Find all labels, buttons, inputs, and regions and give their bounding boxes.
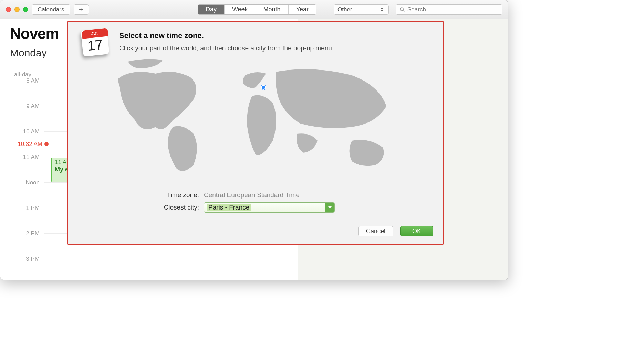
icon-day: 17 bbox=[80, 36, 110, 55]
hour-label: 11 AM bbox=[10, 154, 44, 161]
hour-row: 3 PM bbox=[10, 259, 288, 280]
modal-form: Time zone: Central European Standard Tim… bbox=[135, 189, 376, 214]
other-select[interactable]: Other... bbox=[334, 4, 389, 15]
current-time-dot-icon bbox=[44, 142, 49, 146]
window-close-button[interactable] bbox=[6, 7, 11, 12]
hour-label: 9 AM bbox=[10, 103, 44, 110]
traffic-lights bbox=[6, 7, 28, 12]
closest-city-combobox[interactable]: Paris - France bbox=[204, 202, 335, 213]
ok-button[interactable]: OK bbox=[400, 226, 433, 236]
modal-subtitle: Click your part of the world, and then c… bbox=[119, 44, 433, 52]
search-icon bbox=[399, 7, 405, 12]
calendar-app-icon: JUL 17 bbox=[81, 28, 110, 57]
calendars-button[interactable]: Calendars bbox=[32, 4, 70, 15]
window-zoom-button[interactable] bbox=[23, 7, 28, 12]
stepper-icon bbox=[380, 6, 386, 13]
view-month[interactable]: Month bbox=[256, 5, 288, 14]
add-event-button[interactable]: + bbox=[74, 4, 89, 15]
hour-label: 10 AM bbox=[10, 128, 44, 135]
location-pin-icon bbox=[261, 85, 266, 90]
closest-city-value: Paris - France bbox=[207, 204, 251, 211]
titlebar: Calendars + Day Week Month Year Other... bbox=[0, 0, 508, 19]
timezone-modal: JUL 17 Select a new time zone. Click you… bbox=[67, 21, 444, 245]
hour-label: Noon bbox=[10, 179, 44, 186]
hour-label: 2 PM bbox=[10, 230, 44, 237]
hour-label: 3 PM bbox=[10, 256, 44, 262]
modal-title: Select a new time zone. bbox=[119, 31, 433, 40]
calendar-window: Calendars + Day Week Month Year Other...… bbox=[0, 0, 508, 280]
world-map-svg bbox=[104, 55, 407, 185]
window-minimize-button[interactable] bbox=[14, 7, 20, 12]
current-time-label: 10:32 AM bbox=[10, 141, 44, 148]
view-day[interactable]: Day bbox=[198, 5, 224, 14]
other-select-label: Other... bbox=[337, 6, 357, 13]
view-year[interactable]: Year bbox=[288, 5, 316, 14]
view-segmented-control: Day Week Month Year bbox=[198, 4, 316, 15]
chevron-down-icon bbox=[325, 203, 334, 212]
closest-city-label: Closest city: bbox=[135, 204, 204, 211]
hour-label: 8 AM bbox=[10, 77, 44, 84]
cancel-button[interactable]: Cancel bbox=[358, 226, 393, 236]
modal-actions: Cancel OK bbox=[358, 226, 433, 236]
timezone-value: Central European Standard Time bbox=[204, 191, 300, 199]
hour-label: 1 PM bbox=[10, 205, 44, 212]
world-map[interactable] bbox=[104, 55, 407, 185]
view-week[interactable]: Week bbox=[224, 5, 256, 14]
search-field[interactable] bbox=[396, 4, 502, 15]
selected-timezone-strip bbox=[263, 56, 284, 183]
timezone-label: Time zone: bbox=[135, 191, 204, 199]
search-input[interactable] bbox=[407, 6, 499, 13]
svg-line-1 bbox=[403, 10, 404, 12]
svg-point-0 bbox=[400, 8, 403, 11]
